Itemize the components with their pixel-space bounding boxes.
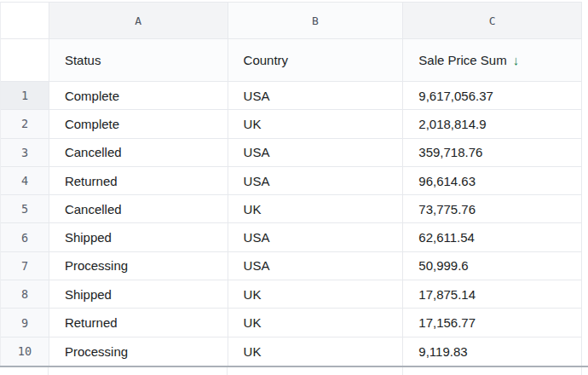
gridline-extension [402, 367, 403, 375]
header-sale-price-sum[interactable]: Sale Price Sum ↓ [403, 39, 582, 81]
gridline-extension [48, 367, 49, 375]
table-row: 7 Processing USA 50,999.6 [1, 252, 582, 280]
spreadsheet-canvas: A B C Status Country Sale Price Sum ↓ 1 … [0, 0, 588, 375]
cell-status[interactable]: Complete [49, 110, 228, 137]
cell-sale-price-sum[interactable]: 359,718.76 [403, 139, 582, 166]
cell-sale-price-sum[interactable]: 17,875.14 [403, 280, 582, 308]
table-row: 6 Shipped USA 62,611.54 [1, 223, 582, 251]
grid-rows: 1 Complete USA 9,617,056.37 2 Complete U… [1, 82, 582, 366]
row-number[interactable]: 2 [1, 110, 49, 137]
area-below-table[interactable] [0, 367, 588, 375]
header-gutter-cell[interactable] [1, 39, 49, 81]
row-number[interactable]: 3 [1, 139, 49, 166]
cell-sale-price-sum[interactable]: 9,119.83 [403, 338, 582, 366]
table-row: 1 Complete USA 9,617,056.37 [1, 82, 582, 110]
cell-status[interactable]: Returned [49, 309, 228, 336]
header-country[interactable]: Country [228, 39, 404, 81]
header-status-label: Status [65, 53, 101, 67]
sort-descending-icon[interactable]: ↓ [513, 53, 520, 67]
row-number[interactable]: 5 [1, 195, 49, 222]
column-header-b[interactable]: B [228, 3, 404, 38]
gridline-extension [581, 367, 582, 375]
row-number[interactable]: 10 [1, 338, 49, 366]
cell-status[interactable]: Processing [49, 252, 228, 280]
row-number[interactable]: 8 [1, 280, 49, 308]
column-header-a[interactable]: A [49, 3, 228, 38]
cell-status[interactable]: Shipped [49, 280, 228, 308]
table-row: 3 Cancelled USA 359,718.76 [1, 139, 582, 167]
row-number[interactable]: 4 [1, 167, 49, 194]
header-country-label: Country [244, 53, 289, 67]
cell-country[interactable]: UK [228, 110, 404, 137]
gridline-extension [227, 367, 228, 375]
table-row: 8 Shipped UK 17,875.14 [1, 280, 582, 309]
cell-sale-price-sum[interactable]: 96,614.63 [403, 167, 582, 194]
cell-country[interactable]: UK [228, 309, 404, 336]
cell-status[interactable]: Returned [49, 167, 228, 194]
table-header-row: Status Country Sale Price Sum ↓ [1, 39, 582, 82]
header-sale-price-sum-label: Sale Price Sum [418, 53, 506, 67]
table-row: 5 Cancelled UK 73,775.76 [1, 195, 582, 223]
row-number[interactable]: 7 [1, 252, 49, 280]
header-status[interactable]: Status [49, 39, 228, 81]
column-letters-strip: A B C [1, 3, 582, 39]
cell-sale-price-sum[interactable]: 62,611.54 [403, 223, 582, 251]
column-header-c[interactable]: C [403, 3, 582, 38]
cell-status[interactable]: Cancelled [49, 139, 228, 166]
row-number[interactable]: 1 [1, 82, 49, 109]
cell-sale-price-sum[interactable]: 17,156.77 [403, 309, 582, 336]
cell-sale-price-sum[interactable]: 2,018,814.9 [403, 110, 582, 137]
cell-sale-price-sum[interactable]: 9,617,056.37 [403, 82, 582, 109]
cell-country[interactable]: USA [228, 82, 404, 109]
table-row: 4 Returned USA 96,614.63 [1, 167, 582, 195]
cell-country[interactable]: UK [228, 195, 404, 222]
cell-sale-price-sum[interactable]: 73,775.76 [403, 195, 582, 222]
cell-status[interactable]: Processing [49, 338, 228, 366]
cell-country[interactable]: USA [228, 223, 404, 251]
select-all-corner[interactable] [1, 3, 49, 38]
cell-country[interactable]: UK [228, 338, 404, 366]
cell-status[interactable]: Shipped [49, 223, 228, 251]
cell-status[interactable]: Complete [49, 82, 228, 109]
row-number[interactable]: 9 [1, 309, 49, 336]
data-table: A B C Status Country Sale Price Sum ↓ 1 … [0, 2, 582, 366]
cell-country[interactable]: USA [228, 139, 404, 166]
cell-sale-price-sum[interactable]: 50,999.6 [403, 252, 582, 280]
cell-country[interactable]: UK [228, 280, 404, 308]
row-number[interactable]: 6 [1, 223, 49, 251]
cell-country[interactable]: USA [228, 252, 404, 280]
table-row: 2 Complete UK 2,018,814.9 [1, 110, 582, 138]
cell-country[interactable]: USA [228, 167, 404, 194]
cell-status[interactable]: Cancelled [49, 195, 228, 222]
table-row: 10 Processing UK 9,119.83 [1, 338, 582, 366]
table-row: 9 Returned UK 17,156.77 [1, 309, 582, 337]
